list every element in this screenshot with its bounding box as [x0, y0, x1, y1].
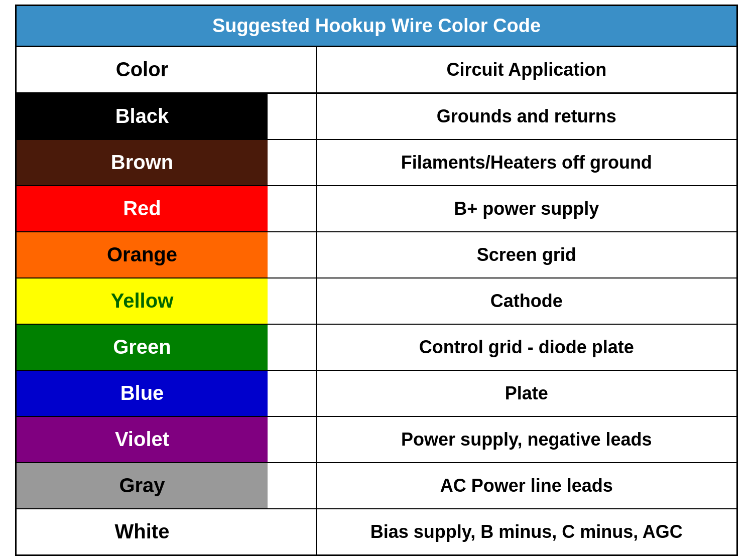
color-swatch-gray: Gray: [17, 463, 268, 508]
color-swatch-red: Red: [17, 186, 268, 231]
table-body: BlackGrounds and returnsBrownFilaments/H…: [17, 93, 736, 554]
main-table: Suggested Hookup Wire Color Code Color C…: [15, 5, 738, 556]
application-text: Control grid - diode plate: [317, 327, 736, 368]
color-cell-green: Green: [17, 324, 316, 370]
color-swatch-black: Black: [17, 94, 268, 139]
table-row: BluePlate: [17, 370, 736, 416]
color-cell-yellow: Yellow: [17, 278, 316, 324]
application-text: Cathode: [317, 281, 736, 322]
application-text: Screen grid: [317, 234, 736, 275]
table-row: GreenControl grid - diode plate: [17, 324, 736, 370]
table-title: Suggested Hookup Wire Color Code: [17, 6, 736, 47]
color-cell-orange: Orange: [17, 232, 316, 278]
color-column-header: Color: [17, 47, 268, 92]
application-text: Plate: [317, 373, 736, 414]
color-name-label: Violet: [115, 428, 169, 451]
application-column-header: Circuit Application: [317, 49, 736, 90]
color-cell-black: Black: [17, 93, 316, 139]
color-swatch-yellow: Yellow: [17, 278, 268, 324]
color-header-label: Color: [116, 58, 168, 81]
color-name-label: Green: [113, 336, 171, 358]
color-name-label: Red: [123, 197, 161, 220]
table-row: YellowCathode: [17, 278, 736, 324]
application-cell-red: B+ power supply: [316, 186, 736, 232]
application-cell-yellow: Cathode: [316, 278, 736, 324]
color-code-table: Color Circuit Application BlackGrounds a…: [17, 47, 736, 554]
table-row: BrownFilaments/Heaters off ground: [17, 139, 736, 186]
application-cell-orange: Screen grid: [316, 232, 736, 278]
color-name-label: Black: [115, 105, 169, 127]
color-name-label: Orange: [107, 243, 177, 266]
table-row: WhiteBias supply, B minus, C minus, AGC: [17, 509, 736, 554]
color-name-label: Yellow: [111, 290, 174, 312]
color-cell-white: White: [17, 509, 316, 554]
application-text: B+ power supply: [317, 188, 736, 229]
color-swatch-orange: Orange: [17, 232, 268, 277]
color-name-label: Gray: [119, 474, 165, 497]
application-text: Grounds and returns: [317, 96, 736, 137]
table-row: OrangeScreen grid: [17, 232, 736, 278]
application-header-cell: Circuit Application: [316, 47, 736, 93]
application-cell-black: Grounds and returns: [316, 93, 736, 139]
table-row: RedB+ power supply: [17, 186, 736, 232]
application-text: Power supply, negative leads: [317, 419, 736, 460]
color-name-label: White: [115, 520, 170, 543]
application-cell-blue: Plate: [316, 370, 736, 416]
color-cell-brown: Brown: [17, 139, 316, 186]
application-cell-gray: AC Power line leads: [316, 463, 736, 509]
color-cell-violet: Violet: [17, 416, 316, 463]
color-cell-red: Red: [17, 186, 316, 232]
color-swatch-white: White: [17, 509, 268, 554]
color-header-cell: Color: [17, 47, 316, 93]
color-cell-gray: Gray: [17, 463, 316, 509]
application-text: AC Power line leads: [317, 465, 736, 506]
color-swatch-blue: Blue: [17, 371, 268, 416]
application-cell-brown: Filaments/Heaters off ground: [316, 139, 736, 186]
color-cell-blue: Blue: [17, 370, 316, 416]
application-cell-white: Bias supply, B minus, C minus, AGC: [316, 509, 736, 554]
color-name-label: Blue: [120, 382, 164, 404]
header-row: Color Circuit Application: [17, 47, 736, 93]
color-name-label: Brown: [111, 151, 173, 174]
color-swatch-violet: Violet: [17, 417, 268, 462]
application-cell-green: Control grid - diode plate: [316, 324, 736, 370]
application-text: Filaments/Heaters off ground: [317, 142, 736, 183]
table-row: BlackGrounds and returns: [17, 93, 736, 139]
application-cell-violet: Power supply, negative leads: [316, 416, 736, 463]
color-swatch-green: Green: [17, 325, 268, 370]
application-text: Bias supply, B minus, C minus, AGC: [317, 511, 736, 552]
table-row: GrayAC Power line leads: [17, 463, 736, 509]
color-swatch-brown: Brown: [17, 140, 268, 185]
table-row: VioletPower supply, negative leads: [17, 416, 736, 463]
